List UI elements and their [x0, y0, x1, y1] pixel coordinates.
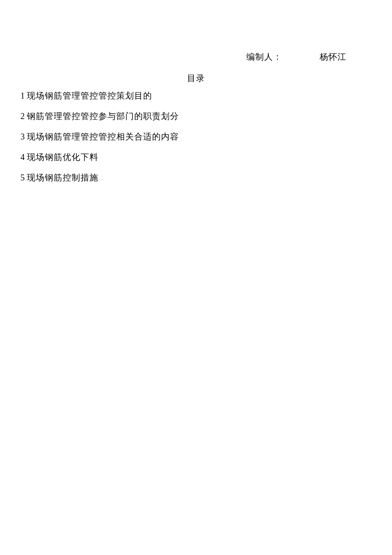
toc-item: 4现场钢筋优化下料 [20, 147, 179, 167]
toc-title: 目录 [0, 73, 392, 84]
toc-item-number: 4 [20, 152, 25, 162]
toc-item-number: 5 [20, 173, 25, 182]
toc-item-number: 2 [20, 111, 25, 121]
toc-item-text: 现场钢筋控制措施 [27, 173, 98, 182]
toc-list: 1现场钢筋管理管控管控策划目的 2钢筋管理管控管控参与部门的职责划分 3现场钢筋… [20, 85, 179, 188]
toc-item-text: 钢筋管理管控管控参与部门的职责划分 [27, 111, 179, 121]
author-label: 编制人： [246, 51, 282, 63]
toc-item-text: 现场钢筋管理管控管控相关合适的内容 [27, 132, 179, 141]
toc-item-text: 现场钢筋管理管控管控策划目的 [27, 91, 152, 100]
author-line: 编制人： 杨怀江 [0, 51, 392, 63]
toc-item-number: 1 [20, 91, 25, 100]
toc-item: 2钢筋管理管控管控参与部门的职责划分 [20, 106, 179, 126]
toc-item-number: 3 [20, 132, 25, 141]
toc-item-text: 现场钢筋优化下料 [27, 152, 98, 162]
toc-item: 1现场钢筋管理管控管控策划目的 [20, 85, 179, 106]
author-name: 杨怀江 [320, 51, 346, 63]
toc-item: 3现场钢筋管理管控管控相关合适的内容 [20, 126, 179, 147]
toc-item: 5现场钢筋控制措施 [20, 167, 179, 188]
